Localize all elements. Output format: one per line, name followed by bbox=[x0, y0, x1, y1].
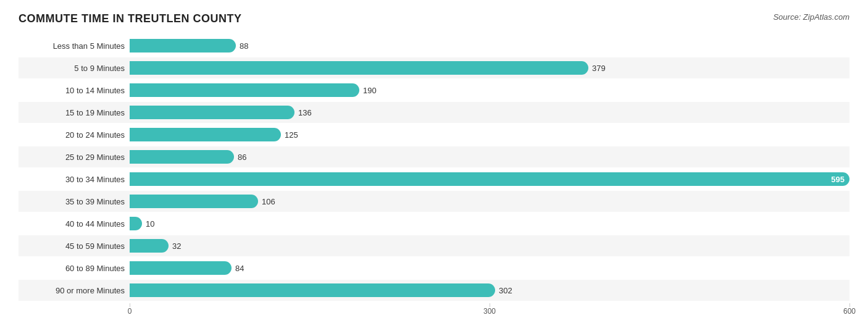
chart-title: COMMUTE TIME IN TREUTLEN COUNTY bbox=[19, 12, 241, 25]
bar-container: 125 bbox=[130, 128, 849, 141]
bar-label: 30 to 34 Minutes bbox=[19, 175, 130, 184]
bar-value: 190 bbox=[363, 86, 377, 95]
bar-row: 60 to 89 Minutes84 bbox=[19, 258, 849, 279]
axis-row: 0300600 bbox=[19, 303, 849, 318]
bar-label: 10 to 14 Minutes bbox=[19, 86, 130, 95]
bar-fill bbox=[130, 150, 234, 164]
bar-fill bbox=[130, 128, 281, 141]
bar-container: 190 bbox=[130, 83, 849, 97]
bar-container: 379 bbox=[130, 61, 849, 75]
bar-label: 5 to 9 Minutes bbox=[19, 64, 130, 73]
axis-tick-label: 600 bbox=[843, 307, 856, 316]
bar-value: 302 bbox=[499, 286, 512, 295]
axis-inner: 0300600 bbox=[130, 303, 849, 318]
bar-container: 106 bbox=[130, 195, 849, 208]
bar-container: 32 bbox=[130, 239, 849, 253]
bar-fill bbox=[130, 239, 169, 253]
axis-tick-label: 0 bbox=[128, 307, 132, 316]
bar-row: 30 to 34 Minutes595 bbox=[19, 169, 849, 190]
bar-container: 84 bbox=[130, 261, 849, 275]
bar-value: 88 bbox=[240, 41, 248, 51]
bar-row: 90 or more Minutes302 bbox=[19, 280, 849, 301]
bar-fill bbox=[130, 83, 359, 97]
bar-container: 10 bbox=[130, 217, 849, 230]
bar-label: 90 or more Minutes bbox=[19, 286, 130, 295]
chart-area: Less than 5 Minutes885 to 9 Minutes37910… bbox=[19, 35, 849, 318]
bar-fill bbox=[130, 172, 849, 186]
bar-label: 40 to 44 Minutes bbox=[19, 219, 130, 229]
bar-row: 40 to 44 Minutes10 bbox=[19, 213, 849, 234]
bar-value: 595 bbox=[831, 175, 845, 184]
bar-container: 302 bbox=[130, 283, 849, 297]
bar-fill bbox=[130, 106, 294, 119]
bar-label: Less than 5 Minutes bbox=[19, 41, 130, 51]
bar-value: 32 bbox=[172, 241, 181, 251]
bar-label: 35 to 39 Minutes bbox=[19, 197, 130, 206]
bar-value: 379 bbox=[592, 64, 606, 73]
bar-container: 86 bbox=[130, 150, 849, 164]
bar-label: 20 to 24 Minutes bbox=[19, 130, 130, 140]
bar-container: 595 bbox=[130, 172, 849, 186]
bar-row: 5 to 9 Minutes379 bbox=[19, 57, 849, 78]
bar-fill bbox=[130, 217, 142, 230]
bar-label: 60 to 89 Minutes bbox=[19, 264, 130, 273]
bar-fill bbox=[130, 39, 236, 52]
source-text: Source: ZipAtlas.com bbox=[773, 12, 849, 22]
bar-row: 45 to 59 Minutes32 bbox=[19, 235, 849, 256]
bar-row: 10 to 14 Minutes190 bbox=[19, 80, 849, 101]
bar-label: 15 to 19 Minutes bbox=[19, 108, 130, 117]
bar-container: 88 bbox=[130, 39, 849, 52]
bar-value: 106 bbox=[262, 197, 275, 206]
bar-value: 84 bbox=[235, 264, 244, 273]
bar-row: 15 to 19 Minutes136 bbox=[19, 102, 849, 123]
bar-container: 136 bbox=[130, 106, 849, 119]
axis-tick-label: 300 bbox=[483, 307, 496, 316]
bar-label: 25 to 29 Minutes bbox=[19, 153, 130, 162]
bar-label: 45 to 59 Minutes bbox=[19, 241, 130, 251]
bar-value: 136 bbox=[298, 108, 312, 117]
bar-row: Less than 5 Minutes88 bbox=[19, 35, 849, 56]
bar-row: 25 to 29 Minutes86 bbox=[19, 146, 849, 167]
bar-fill bbox=[130, 261, 232, 275]
bar-fill bbox=[130, 283, 495, 297]
bar-fill bbox=[130, 195, 258, 208]
bar-value: 10 bbox=[146, 219, 154, 229]
bar-row: 35 to 39 Minutes106 bbox=[19, 191, 849, 212]
bar-value: 125 bbox=[285, 130, 298, 140]
bar-row: 20 to 24 Minutes125 bbox=[19, 124, 849, 145]
bar-value: 86 bbox=[238, 153, 246, 162]
bar-fill bbox=[130, 61, 588, 75]
